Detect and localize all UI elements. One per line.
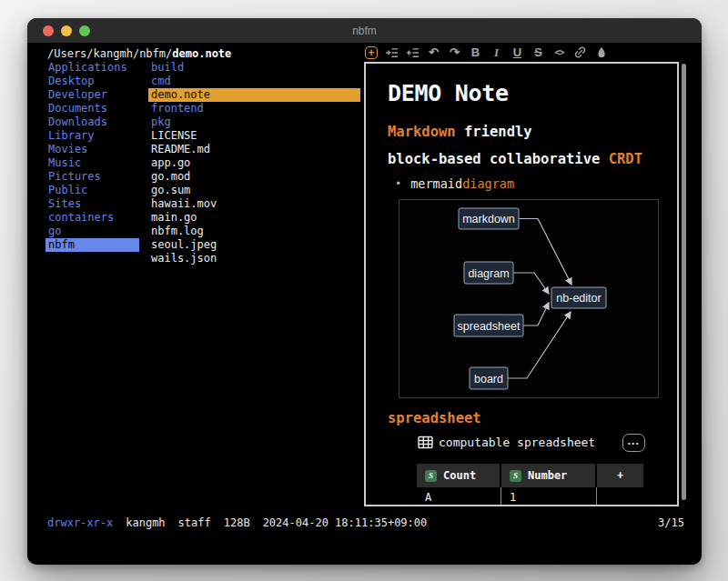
current-dir-column: buildcmddemo.notefrontendpkgLICENSEREADM… [148, 61, 360, 265]
indent-icon [385, 46, 399, 59]
table-grid-icon [418, 436, 433, 449]
list-item[interactable]: Developer [46, 88, 139, 102]
list-item[interactable]: go.mod [148, 170, 360, 184]
list-item[interactable]: app.go [148, 156, 360, 170]
title-bar: nbfm [27, 18, 702, 43]
node-spreadsheet-label: spreadsheet [458, 320, 521, 333]
color-button[interactable] [594, 45, 608, 60]
editor-toolbar: + ↶ ↷ B I U S <> [365, 44, 608, 61]
list-item[interactable]: Movies [46, 143, 139, 156]
block-menu-button[interactable]: ••• [622, 434, 645, 452]
strikethrough-button[interactable]: S [531, 45, 545, 60]
link-button[interactable] [573, 45, 587, 60]
list-item[interactable]: README.md [148, 143, 360, 156]
list-item[interactable]: Music [46, 156, 139, 170]
list-item[interactable]: go.sum [148, 184, 360, 197]
bullet-item: •mermaid diagram [395, 176, 514, 191]
spreadsheet-block-title: computable spreadsheet [439, 436, 595, 449]
cursor-position-indicator: 3/15 [658, 516, 684, 529]
list-item[interactable]: Downloads [46, 115, 139, 129]
bullet-dot: • [395, 177, 401, 190]
minimize-button[interactable] [61, 25, 72, 36]
indent-button[interactable] [385, 45, 399, 60]
sum-badge-icon: S [425, 470, 437, 482]
list-item[interactable]: nbfm [46, 238, 139, 252]
preview-scrollbar[interactable] [682, 64, 686, 500]
list-item[interactable]: LICENSE [148, 129, 360, 143]
node-diagram-label: diagram [468, 267, 509, 280]
list-item[interactable]: demo.note [148, 88, 360, 102]
file-modified-time: 2024-04-20 18:11:35+09:00 [263, 516, 428, 529]
column-label: Number [528, 469, 567, 482]
list-item[interactable]: frontend [148, 102, 360, 115]
code-button[interactable]: <> [552, 45, 566, 60]
ink-droplet-icon [595, 45, 608, 59]
list-item[interactable]: build [148, 61, 360, 75]
add-column-button[interactable]: + [597, 464, 643, 487]
list-item[interactable]: Pictures [46, 170, 139, 184]
list-item[interactable]: Library [46, 129, 139, 143]
note-title: DEMO Note [388, 80, 509, 106]
edge-markdown-to-editor [519, 219, 571, 285]
table-header-row: S Count S Number + [417, 464, 643, 487]
list-item[interactable]: cmd [148, 75, 360, 88]
close-button[interactable] [43, 25, 54, 36]
list-item[interactable]: Applications [46, 61, 139, 75]
list-item[interactable]: hawaii.mov [148, 197, 360, 211]
breadcrumb: /Users/kangmh/nbfm/demo.note [47, 47, 231, 60]
list-item[interactable]: containers [46, 211, 139, 225]
list-item[interactable]: Sites [46, 197, 139, 211]
diagram-canvas: markdown diagram spreadsheet board nb-ed… [399, 200, 658, 397]
list-item[interactable]: seoul.jpeg [148, 238, 360, 252]
list-item[interactable]: nbfm.log [148, 225, 360, 238]
column-label: Count [443, 469, 476, 482]
zoom-button[interactable] [79, 25, 90, 36]
column-header-number[interactable]: S Number [501, 464, 595, 487]
spreadsheet-heading: spreadsheet [388, 410, 481, 426]
node-editor-label: nb-editor [556, 292, 601, 305]
sum-badge-icon: S [510, 470, 521, 482]
list-item[interactable]: Documents [46, 102, 139, 115]
redo-button[interactable]: ↷ [448, 45, 461, 60]
current-directory-path: /Users/kangmh/nbfm/ [47, 47, 172, 60]
note-line2: block-based collaborative CRDT [388, 151, 642, 167]
list-item[interactable]: pkg [148, 115, 360, 129]
file-owner: kangmh [126, 516, 165, 529]
app-window: nbfm /Users/kangmh/nbfm/demo.note Applic… [27, 18, 702, 565]
add-block-button[interactable]: + [365, 46, 378, 59]
link-icon [573, 45, 587, 59]
list-item[interactable]: Public [46, 184, 139, 197]
parent-dir-column: ApplicationsDesktopDeveloperDocumentsDow… [46, 61, 139, 252]
subtitle-accent-text: Markdown [388, 124, 456, 140]
node-markdown-label: markdown [462, 213, 515, 225]
node-board-label: board [474, 373, 503, 386]
list-item[interactable]: main.go [148, 211, 360, 225]
file-size: 128B [224, 516, 250, 529]
table-cell[interactable]: A [417, 487, 501, 506]
status-bar: drwxr-xr-xkangmhstaff128B2024-04-20 18:1… [47, 516, 440, 529]
undo-button[interactable]: ↶ [427, 45, 440, 60]
italic-button[interactable]: I [490, 45, 503, 60]
outdent-icon [406, 46, 420, 59]
spreadsheet-block-header: computable spreadsheet [418, 436, 595, 449]
note-subtitle: Markdown friendly [388, 124, 532, 140]
file-group: staff [178, 516, 211, 529]
window-title: nbfm [352, 25, 377, 37]
bold-button[interactable]: B [469, 45, 482, 60]
outdent-button[interactable] [406, 45, 420, 60]
spreadsheet-table: S Count S Number + A 1 [417, 464, 643, 506]
table-row: A 1 [417, 487, 643, 506]
list-item[interactable]: wails.json [148, 252, 360, 265]
edge-diagram-to-editor [513, 273, 549, 294]
line2-accent-text: CRDT [609, 151, 642, 167]
list-item[interactable]: go [46, 225, 139, 238]
mermaid-diagram: markdown diagram spreadsheet board nb-ed… [399, 199, 659, 398]
list-item[interactable]: Desktop [46, 75, 139, 88]
line2-rest-text: block-based collaborative [388, 151, 609, 167]
file-permissions: drwxr-xr-x [47, 516, 113, 529]
underline-button[interactable]: U [511, 45, 524, 60]
column-header-count[interactable]: S Count [417, 464, 500, 487]
bullet-plain-text: mermaid [410, 176, 462, 191]
table-cell[interactable]: 1 [501, 487, 597, 506]
file-manager: /Users/kangmh/nbfm/demo.note Application… [27, 43, 702, 565]
